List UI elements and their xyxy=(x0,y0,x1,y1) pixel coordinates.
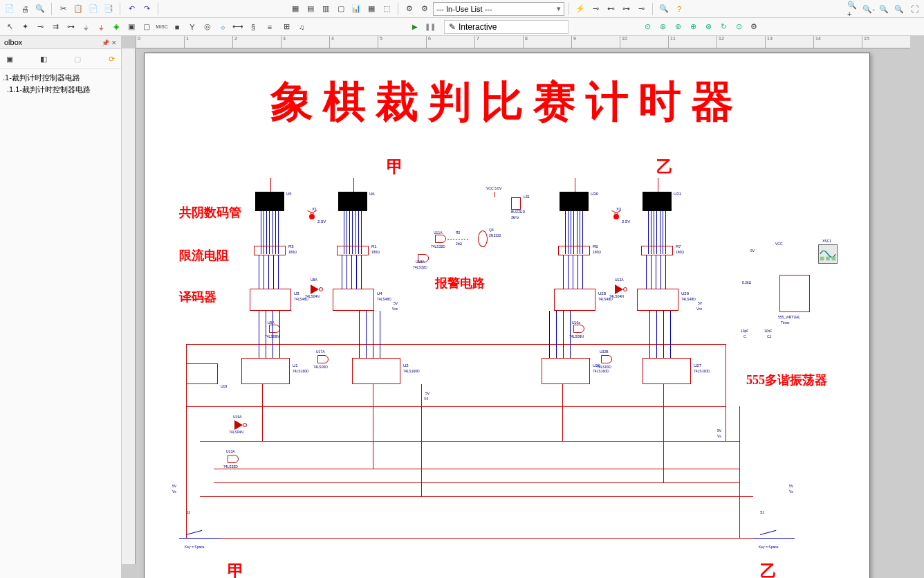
sim7-icon[interactable]: ⊙ xyxy=(732,20,746,34)
u11a-label: U11A xyxy=(434,231,443,235)
search-icon[interactable]: 🔍 xyxy=(657,2,671,16)
schematic-canvas[interactable]: 01234567 89101112131415 象棋裁判比赛计时器 甲 乙 共阴… xyxy=(122,36,924,578)
in-use-list-dropdown[interactable]: --- In-Use List --- xyxy=(433,2,564,16)
sim5-icon[interactable]: ⊗ xyxy=(701,20,715,34)
sim-mode-box[interactable]: ✎ Interactive xyxy=(444,20,569,34)
align-icon[interactable]: ≡ xyxy=(263,20,277,34)
u18a-label: U18A xyxy=(416,260,425,264)
grid1-icon[interactable]: ▦ xyxy=(288,2,302,16)
interactive-icon: ✎ xyxy=(449,22,456,32)
probe4-icon[interactable]: ⊶ xyxy=(619,2,633,16)
bwire17 xyxy=(651,255,652,289)
bwire16 xyxy=(646,255,647,289)
zoom-fit-icon[interactable]: 🔍 xyxy=(877,2,891,16)
sim6-icon[interactable]: ↻ xyxy=(717,20,730,34)
power-icon[interactable]: ⏚ xyxy=(79,20,93,34)
toolbox-icon1[interactable]: ▣ xyxy=(3,52,17,66)
comp1-icon[interactable]: ⚙ xyxy=(403,2,416,16)
r7-label: R7 xyxy=(676,244,681,249)
pointer-icon[interactable]: ↖ xyxy=(3,20,17,34)
u30-label: U30 xyxy=(591,192,598,196)
hier2-icon[interactable]: ♫ xyxy=(295,20,308,34)
y-icon[interactable]: Y xyxy=(185,20,199,34)
timer-555 xyxy=(779,275,810,312)
vcc-timer2: VCC xyxy=(775,242,783,246)
scope-icon[interactable]: ◎ xyxy=(201,20,214,34)
sheet2-icon[interactable]: ▢ xyxy=(140,20,154,34)
settings-icon[interactable]: ⚙ xyxy=(747,20,761,34)
pin-icon[interactable]: ⟐ xyxy=(216,20,230,34)
toolbox-refresh-icon[interactable]: ⟳ xyxy=(104,52,118,66)
tool1-icon[interactable]: ⬚ xyxy=(380,2,394,16)
ground-icon[interactable]: ⏚ xyxy=(94,20,108,34)
toolbox-controls: 📌 ✕ xyxy=(102,38,117,46)
probe1-icon[interactable]: ⚡ xyxy=(573,2,587,16)
misc-icon[interactable]: MISC xyxy=(155,20,169,34)
u6-label: U6 xyxy=(369,192,375,196)
print-icon[interactable]: 🖨 xyxy=(18,2,32,16)
sim1-icon[interactable]: ⊙ xyxy=(640,20,654,34)
copy-icon[interactable]: 📋 xyxy=(71,2,85,16)
toolbox-icon3[interactable]: ▢ xyxy=(71,52,84,66)
preview-icon[interactable]: 🔍 xyxy=(33,2,47,16)
toolbox-icon2[interactable]: ◧ xyxy=(37,52,50,66)
zoom-out-icon[interactable]: 🔍- xyxy=(862,2,876,16)
sim4-icon[interactable]: ⊕ xyxy=(686,20,700,34)
zoom-in-icon[interactable]: 🔍+ xyxy=(847,2,860,16)
probe3-icon[interactable]: ⊷ xyxy=(604,2,618,16)
zoom-all-icon[interactable]: 🔍 xyxy=(892,2,906,16)
junction-icon[interactable]: ✦ xyxy=(18,20,32,34)
wire-ctr1 xyxy=(262,384,263,441)
gate-u13a xyxy=(228,455,239,463)
table-icon[interactable]: ▦ xyxy=(364,2,378,16)
paste-icon[interactable]: 📄 xyxy=(86,2,100,16)
netlabel-icon[interactable]: ⊶ xyxy=(64,20,77,34)
fullscreen-icon[interactable]: ⛶ xyxy=(907,2,921,16)
grid2-icon[interactable]: ▤ xyxy=(304,2,317,16)
r1-val: 180Ω xyxy=(371,250,380,254)
wire-icon[interactable]: ⊸ xyxy=(33,20,47,34)
tree-item-child[interactable]: .1.1-裁判计时控制器电路 xyxy=(1,84,120,96)
vcc-a: Vcc xyxy=(392,307,398,311)
toolbox-close-icon[interactable]: ✕ xyxy=(111,39,117,46)
dim-icon[interactable]: ⟷ xyxy=(231,20,245,34)
part-icon[interactable]: ▣ xyxy=(124,20,138,34)
hier1-icon[interactable]: ⊞ xyxy=(279,20,293,34)
pause-button[interactable]: ❚❚ xyxy=(423,20,437,34)
probe5-icon[interactable]: ⊸ xyxy=(634,2,648,16)
sheet-icon[interactable]: ▢ xyxy=(334,2,348,16)
run-button[interactable]: ▶ xyxy=(408,20,422,34)
bus-icon[interactable]: ⇉ xyxy=(48,20,62,34)
tree-item-root[interactable]: .1-裁判计时控制器电路 xyxy=(1,72,120,84)
help-icon[interactable]: ? xyxy=(672,2,686,16)
u10a-label: U10a xyxy=(572,320,580,325)
sim3-icon[interactable]: ⊚ xyxy=(671,20,685,34)
label-player-b-top: 乙 xyxy=(656,156,673,178)
id-icon[interactable]: § xyxy=(246,20,260,34)
new-icon[interactable]: 📄 xyxy=(3,2,17,16)
grid3-icon[interactable]: ▥ xyxy=(319,2,333,16)
chart-icon[interactable]: 📊 xyxy=(349,2,363,16)
u4-label: U4 xyxy=(377,291,382,296)
comp2-icon[interactable]: ⚙ xyxy=(418,2,432,16)
u18a-type: 74LS32D xyxy=(413,265,427,269)
u16a-type: 74LS04N xyxy=(229,430,243,434)
display-u6 xyxy=(338,192,367,219)
bwire14 xyxy=(578,255,578,289)
redo-icon[interactable]: ↷ xyxy=(140,2,154,16)
resnet-r6 xyxy=(558,246,590,255)
cut-icon[interactable]: ✂ xyxy=(56,2,70,16)
probe2-icon[interactable]: ⊸ xyxy=(589,2,602,16)
toolbox-pin-icon[interactable]: 📌 xyxy=(102,39,109,46)
bwire18 xyxy=(656,255,656,289)
x1-voltage: 2.5V xyxy=(317,219,326,224)
vcc-label: VCC 5.0V xyxy=(486,186,501,190)
clipboard-icon[interactable]: 📑 xyxy=(102,2,115,16)
label-resistor: 限流电阻 xyxy=(179,247,229,264)
undo-icon[interactable]: ↶ xyxy=(124,2,138,16)
sim2-icon[interactable]: ⊛ xyxy=(656,20,669,34)
gate-u8a xyxy=(311,285,319,294)
blackbox-icon[interactable]: ■ xyxy=(170,20,184,34)
u28-label: U28 xyxy=(598,291,606,296)
port-icon[interactable]: ◈ xyxy=(109,20,123,34)
